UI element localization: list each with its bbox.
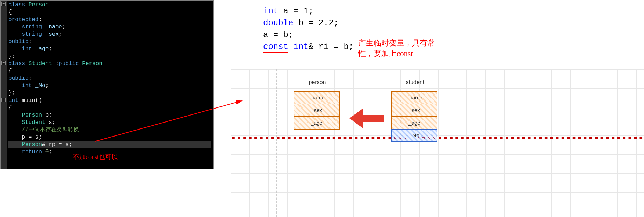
code-line[interactable]: public:	[8, 38, 211, 46]
snippet-line-3: a = b;	[263, 29, 354, 41]
person-label: person	[296, 79, 338, 85]
code-line[interactable]: //中间不存在类型转换	[8, 126, 211, 134]
person-cell: _sex	[294, 104, 340, 117]
code-line[interactable]: };	[8, 53, 211, 60]
grid-guide	[276, 69, 277, 217]
student-cell: _name	[391, 91, 437, 104]
student-label: student	[394, 79, 436, 85]
editor-gutter	[1, 1, 7, 169]
snippet-line-4: const int& ri = b;	[263, 41, 354, 53]
code-line[interactable]: {	[8, 9, 211, 16]
annotation-no-const: 不加const也可以	[73, 153, 118, 161]
code-line[interactable]: public:	[8, 75, 211, 82]
snippet-line-2: double b = 2.2;	[263, 17, 354, 29]
code-line[interactable]: protected:	[8, 16, 211, 23]
student-cell-derived: _No	[391, 129, 437, 142]
student-cell: _sex	[391, 104, 437, 117]
code-line[interactable]: Person& rp = s;	[8, 141, 211, 148]
code-line[interactable]: };	[8, 90, 211, 97]
slicing-arrow-icon	[349, 108, 384, 129]
code-line[interactable]: string _sex;	[8, 31, 211, 38]
fold-marker[interactable]: −	[1, 2, 6, 6]
snippet-line-1: int a = 1;	[263, 5, 354, 17]
person-cell: _name	[294, 91, 340, 104]
fold-marker[interactable]: −	[1, 61, 6, 65]
person-cell: _age	[294, 116, 340, 130]
code-line[interactable]: string _name;	[8, 23, 211, 31]
annotation-const-needed: 产生临时变量，具有常 性，要加上const	[358, 38, 456, 59]
code-line[interactable]: {	[8, 104, 211, 112]
code-line[interactable]: p = s;	[8, 134, 211, 141]
student-object: _name _sex _age _No	[391, 92, 437, 142]
code-line[interactable]: class Person	[8, 1, 211, 9]
code-line[interactable]: Person p;	[8, 112, 211, 119]
code-line[interactable]: int _age;	[8, 46, 211, 53]
person-object: _name _sex _age	[294, 92, 340, 130]
student-cell: _age	[391, 116, 437, 130]
code-line[interactable]: Student s;	[8, 119, 211, 126]
fold-marker[interactable]: −	[1, 98, 6, 102]
code-line[interactable]: class Student :public Person	[8, 60, 211, 68]
grid-guide	[231, 160, 644, 160]
memory-diagram: person student _name _sex _age _name _se…	[231, 69, 644, 217]
code-line[interactable]: int _No;	[8, 82, 211, 90]
code-line[interactable]: int main()	[8, 97, 211, 104]
conversion-snippet: int a = 1; double b = 2.2; a = b; const …	[263, 5, 354, 53]
code-editor[interactable]: −−− class Person{protected: string _name…	[0, 0, 214, 169]
code-line[interactable]: {	[8, 68, 211, 75]
